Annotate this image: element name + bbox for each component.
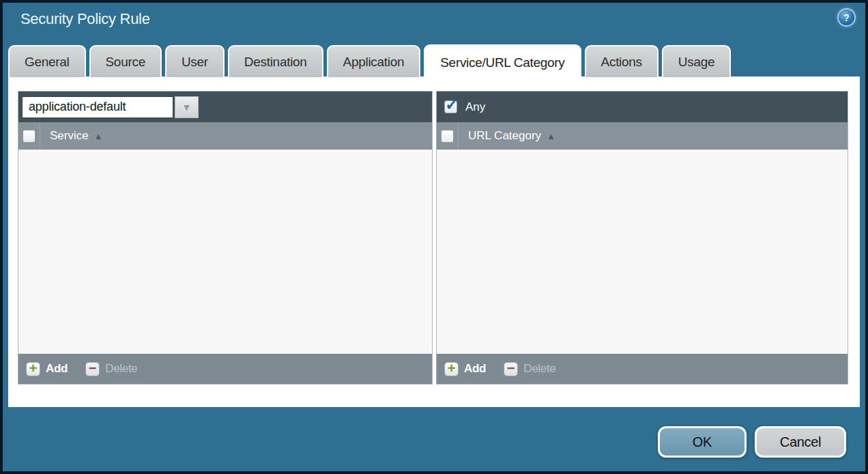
tab-user[interactable]: User [165,45,225,77]
service-select-all-checkbox[interactable] [23,130,35,143]
url-category-column-header[interactable]: URL Category ▲ [468,129,555,143]
tab-usage[interactable]: Usage [662,45,731,77]
url-category-delete-label: Delete [523,362,555,376]
url-category-panel-toolbar: ✓ Any [437,92,848,122]
url-category-delete-button[interactable]: − Delete [504,362,555,376]
url-category-table-body [437,150,848,354]
url-category-add-button[interactable]: + Add [444,362,486,376]
help-icon-glyph: ? [843,12,850,23]
service-type-value[interactable]: application-default [22,96,173,118]
sort-ascending-icon: ▲ [94,132,103,141]
ok-button[interactable]: OK [658,426,747,458]
url-category-panel: ✓ Any URL Category ▲ + Add [436,91,848,385]
service-table-header: Service ▲ [18,122,432,150]
service-panel-footer: + Add − Delete [18,354,432,384]
service-panel-toolbar: application-default ▼ [18,92,432,122]
service-panel: application-default ▼ Service ▲ + [18,91,433,385]
add-icon: + [26,362,40,376]
service-delete-label: Delete [105,362,137,376]
delete-icon: − [85,362,100,376]
tab-destination[interactable]: Destination [228,45,323,77]
url-category-add-label: Add [464,362,486,376]
service-table-body [18,150,432,354]
tab-content-area: application-default ▼ Service ▲ + [8,76,860,407]
help-icon[interactable]: ? [839,10,854,25]
service-column-header[interactable]: Service ▲ [50,129,103,143]
tab-source[interactable]: Source [89,45,162,77]
add-icon: + [444,362,459,376]
chevron-down-icon: ▼ [182,102,192,112]
tab-general[interactable]: General [8,45,86,77]
url-category-column-label: URL Category [468,129,541,143]
service-column-label: Service [50,129,89,143]
any-checkbox-label: Any [465,100,485,114]
tab-application[interactable]: Application [327,45,421,77]
dialog-title: Security Policy Rule [20,10,150,28]
sort-ascending-icon: ▲ [547,132,555,141]
service-select-all-cell [18,122,40,150]
checkmark-icon: ✓ [445,95,459,114]
service-type-dropdown[interactable]: application-default ▼ [22,96,199,118]
url-category-select-all-cell [437,122,459,150]
delete-icon: − [504,362,518,376]
url-category-panel-footer: + Add − Delete [437,354,848,384]
tab-service-url-category[interactable]: Service/URL Category [424,44,581,79]
url-category-select-all-checkbox[interactable] [441,130,454,143]
any-checkbox[interactable]: ✓ [444,100,457,113]
service-add-button[interactable]: + Add [26,362,68,376]
service-type-dropdown-button[interactable]: ▼ [175,96,199,118]
url-category-table-header: URL Category ▲ [437,122,848,150]
service-add-label: Add [46,362,68,376]
tab-strip: General Source User Destination Applicat… [8,44,731,77]
tab-actions[interactable]: Actions [585,45,659,77]
security-policy-rule-dialog: Security Policy Rule ? General Source Us… [0,0,868,474]
service-delete-button[interactable]: − Delete [85,362,137,376]
cancel-button[interactable]: Cancel [755,426,846,458]
